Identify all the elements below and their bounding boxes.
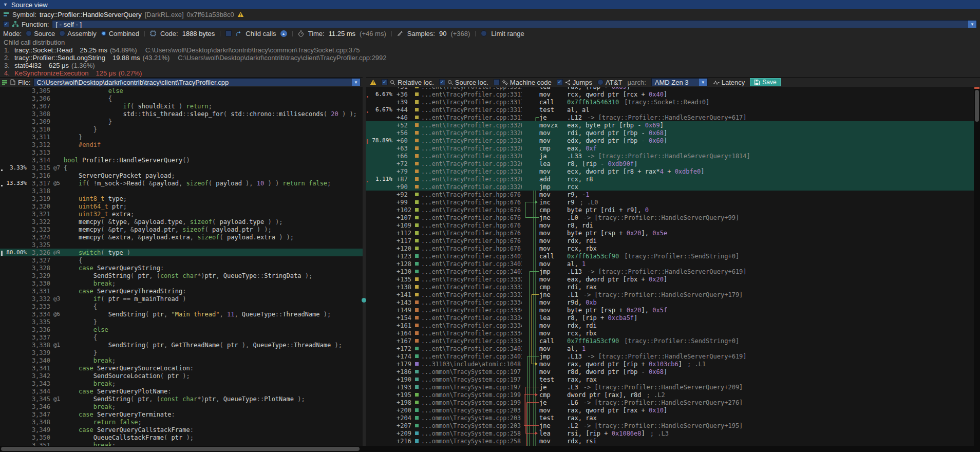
child-call-item[interactable]: 3.stat64i32625 μs(1.36%) (0, 62, 980, 69)
mode-radio-combined[interactable]: Combined (101, 30, 139, 37)
source-line[interactable]: 3,314bool Profiler::HandleServerQuery() (0, 156, 363, 164)
asm-row[interactable]: +117...ent\TracyProfiler.hpp:676movrdx, … (366, 237, 974, 244)
asm-row[interactable]: +161...ent\TracyProfiler.cpp:3334movrdx,… (366, 322, 974, 329)
asm-row[interactable]: +216...ommon\TracySystem.cpp:258movrdx, … (366, 437, 974, 445)
source-line[interactable]: 3,329 SendString( ptr, (const char*)ptr,… (0, 272, 363, 279)
source-line[interactable]: 3,336 else (0, 326, 363, 333)
asm-row[interactable]: +209...ommon\TracySystem.cpp:258learsi, … (366, 429, 974, 437)
source-line[interactable]: 3,331 case ServerQueryThreadString: (0, 287, 363, 295)
source-line[interactable]: 13.33%3,317@5 if( !m_sock->Read( &payloa… (0, 179, 363, 187)
machine-code-toggle[interactable]: Machine code (494, 79, 552, 86)
assembly-scrollbar[interactable] (974, 87, 980, 446)
function-combo[interactable]: [ - self - ] (52, 20, 977, 28)
asm-row[interactable]: +31...ent\TracyProfiler.cpp:3317learax, … (366, 87, 974, 90)
source-loc-checkbox[interactable] (439, 79, 445, 85)
source-line[interactable]: 3,350 QueueCallstackFrame( ptr ); (0, 434, 363, 441)
asm-row[interactable]: +66...ent\TracyProfiler.cpp:3326ja.L33->… (366, 152, 974, 160)
uarch-combo[interactable]: AMD Zen 3 (651, 78, 708, 86)
asm-row[interactable]: 1.11%+87...ent\TracyProfiler.cpp:3326add… (366, 175, 974, 183)
asm-row[interactable]: +79...ent\TracyProfiler.cpp:3326movecx, … (366, 167, 974, 175)
asm-row[interactable]: +138...ent\TracyProfiler.cpp:3332cmprdi,… (366, 283, 974, 291)
asm-row[interactable]: +149...ent\TracyProfiler.cpp:3334movbyte… (366, 306, 974, 314)
source-line[interactable]: 3,322 memcpy( &type, &payload.type, size… (0, 218, 363, 225)
source-line[interactable]: 3,339 } (0, 349, 363, 356)
collapse-icon[interactable]: ▼ (3, 2, 8, 7)
child-calls-checkbox[interactable] (225, 30, 232, 36)
source-line[interactable]: 3,308 std::this_thread::sleep_for( std::… (0, 110, 363, 118)
source-line[interactable]: 3.33%3,315@7{ (0, 164, 363, 172)
source-line[interactable]: 3,323 memcpy( &ptr, &payload.ptr, sizeof… (0, 225, 363, 233)
att-toggle[interactable]: AT&T (597, 79, 622, 86)
asm-row[interactable]: +109...ent\TracyProfiler.hpp:676movr8, r… (366, 221, 974, 229)
source-line[interactable]: 3,320 uint64_t ptr; (0, 202, 363, 210)
att-radio[interactable] (597, 79, 604, 85)
splitter-handle[interactable] (362, 298, 366, 303)
save-button[interactable]: Save (750, 78, 780, 86)
asm-row[interactable]: +141...ent\TracyProfiler.cpp:3332jne.L1-… (366, 291, 974, 298)
source-line[interactable]: 3,343 break; (0, 380, 363, 387)
source-line[interactable]: 3,340 break; (0, 356, 363, 364)
asm-row[interactable]: 78.89%+60...ent\TracyProfiler.cpp:3326mo… (366, 137, 974, 144)
asm-row[interactable]: +63...ent\TracyProfiler.cpp:3326cmpeax, … (366, 144, 974, 152)
asm-row[interactable]: +46...ent\TracyProfiler.cpp:3317je.L12->… (366, 114, 974, 121)
source-line[interactable]: 3,345@1 SendString( ptr, (const char*)pt… (0, 395, 363, 403)
propagate-up-button[interactable] (280, 30, 287, 37)
source-line[interactable]: 3,306 { (0, 95, 363, 102)
asm-row[interactable]: +92...ent\TracyProfiler.hpp:676movr9, -1 (366, 191, 974, 198)
source-line[interactable]: 3,333 { (0, 303, 363, 310)
asm-row[interactable]: +204...ommon\TracySystem.cpp:203testrax,… (366, 414, 974, 422)
source-line[interactable]: 3,347 case ServerQueryTerminate: (0, 410, 363, 418)
asm-row[interactable]: +172...ent\TracyProfiler.cpp:3401moval, … (366, 345, 974, 352)
source-line[interactable]: 3,316 ServerQueryPacket payload; (0, 172, 363, 179)
mode-radio-assembly[interactable]: Assembly (59, 30, 96, 37)
asm-row[interactable]: 6.67%+36...ent\TracyProfiler.cpp:3317mov… (366, 90, 974, 98)
source-line[interactable]: 3,319 uint8_t type; (0, 195, 363, 202)
child-call-item[interactable]: 1.tracy::Socket::Read25.25 ms(54.89%)C:\… (0, 46, 980, 54)
asm-row[interactable]: +112...ent\TracyProfiler.hpp:676movbyte … (366, 229, 974, 237)
asm-row[interactable]: +130...ent\TracyProfiler.cpp:3401jmp.L13… (366, 268, 974, 275)
asm-row[interactable]: +200...ommon\TracySystem.cpp:203movrax, … (366, 406, 974, 414)
source-line[interactable]: 3,305 else (0, 87, 363, 95)
radio-icon[interactable] (101, 30, 107, 36)
chevron-down-icon[interactable] (968, 21, 976, 28)
source-line[interactable]: 3,349 case ServerQueryCallstackFrame: (0, 426, 363, 434)
source-line[interactable]: 3,312 #endif (0, 141, 363, 148)
source-line[interactable]: 3,338@1 SendString( ptr, GetThreadName( … (0, 341, 363, 349)
source-line[interactable]: 3,344 case ServerQueryPlotName: (0, 387, 363, 395)
asm-row[interactable]: +186...ommon\TracySystem.cpp:197movr8d, … (366, 368, 974, 375)
source-line[interactable]: 3,351 break; (0, 441, 363, 446)
source-line[interactable]: 3,334@6 SendString( ptr, "Main thread", … (0, 310, 363, 318)
asm-row[interactable]: +52...ent\TracyProfiler.cpp:3326movzxeax… (366, 121, 974, 129)
source-line[interactable]: 3,348 return false; (0, 418, 363, 426)
source-line[interactable]: 3,309 } (0, 118, 363, 125)
source-line[interactable]: 3,318 (0, 187, 363, 195)
asm-row[interactable]: +164...ent\TracyProfiler.cpp:3334movrcx,… (366, 329, 974, 337)
child-call-item[interactable]: 4.KeSynchronizeExecution125 μs(0.27%) (0, 69, 980, 77)
asm-row[interactable]: +207...ommon\TracySystem.cpp:203jne.L2->… (366, 422, 974, 429)
source-line[interactable]: 3,328 case ServerQueryString: (0, 264, 363, 272)
limit-range-radio[interactable] (481, 30, 487, 36)
scrollbar-thumb[interactable] (1, 447, 360, 451)
scrollbar-thumb[interactable] (975, 90, 979, 122)
asm-row[interactable]: +195...ommon\TracySystem.cpp:199cmpdword… (366, 391, 974, 399)
source-line[interactable]: 3,342 SendSourceLocation( ptr ); (0, 372, 363, 380)
radio-icon[interactable] (59, 30, 65, 36)
mode-radio-source[interactable]: Source (26, 30, 55, 37)
radio-icon[interactable] (26, 30, 32, 36)
chevron-down-icon[interactable] (699, 79, 707, 86)
source-line[interactable]: 3,337 { (0, 333, 363, 341)
asm-row[interactable]: +90...ent\TracyProfiler.cpp:3326jmprcx (366, 183, 974, 191)
function-checkbox[interactable] (3, 21, 9, 27)
source-line[interactable]: 3,332@3 if( ptr == m_mainThread ) (0, 295, 363, 303)
asm-row[interactable]: +128...ent\TracyProfiler.cpp:3401moval, … (366, 260, 974, 268)
asm-row[interactable]: +193...ommon\TracySystem.cpp:197je.L3-> … (366, 383, 974, 391)
asm-row[interactable]: +135...ent\TracyProfiler.cpp:3332moveax,… (366, 275, 974, 283)
horizontal-scrollbar[interactable] (0, 446, 980, 452)
asm-row[interactable]: +56...ent\TracyProfiler.cpp:3326movrdi, … (366, 129, 974, 137)
file-combo[interactable]: C:\Users\wolf\Desktop\darkrl\contrib\tra… (33, 78, 361, 86)
source-line[interactable]: 3,330 break; (0, 279, 363, 287)
asm-row[interactable]: +72...ent\TracyProfiler.cpp:3326lear8, [… (366, 160, 974, 167)
asm-row[interactable]: +190...ommon\TracySystem.cpp:197testrax,… (366, 375, 974, 383)
source-line[interactable]: 3,313 (0, 148, 363, 156)
source-line[interactable]: 3,321 uint32_t extra; (0, 210, 363, 218)
